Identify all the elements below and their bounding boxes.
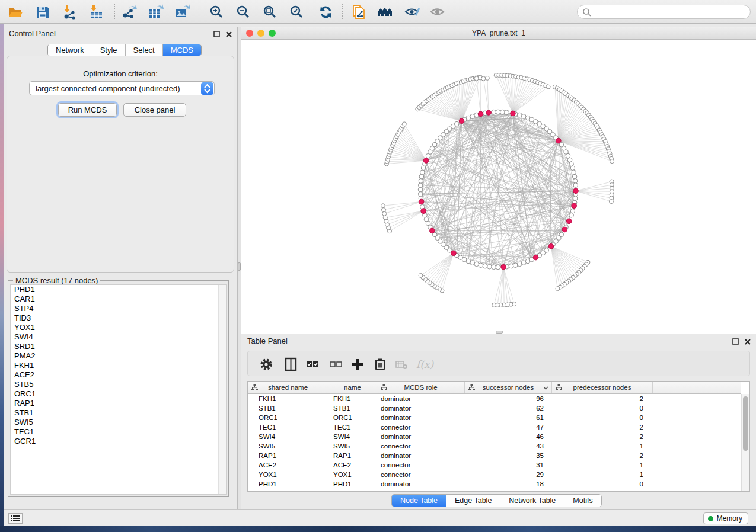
table-cell: connector xyxy=(377,470,465,479)
column-header-predecessor-nodes[interactable]: predecessor nodes xyxy=(552,382,653,393)
table-scrollbar[interactable] xyxy=(741,394,749,491)
column-header-shared-name[interactable]: shared name xyxy=(248,382,328,393)
table-row[interactable]: TEC1TEC1connector472 xyxy=(248,422,741,432)
table-row[interactable]: SWI5SWI5connector431 xyxy=(248,441,741,451)
log-console-button[interactable] xyxy=(8,513,23,524)
table-cell: SWI5 xyxy=(248,441,328,451)
close-window-button[interactable] xyxy=(246,30,253,37)
table-row[interactable]: SWI4SWI4dominator462 xyxy=(248,432,741,441)
optimization-criterion-select[interactable]: largest connected component (undirected) xyxy=(29,81,215,95)
mcds-result-item[interactable]: CAR1 xyxy=(11,294,226,304)
table-cell: SWI5 xyxy=(328,441,377,451)
column-header-name[interactable]: name xyxy=(328,382,377,393)
export-table-icon[interactable] xyxy=(148,4,164,20)
table-scrollbar-thumb[interactable] xyxy=(743,396,748,451)
open-file-icon[interactable] xyxy=(7,4,24,20)
tab-select[interactable]: Select xyxy=(126,44,163,56)
tab-style[interactable]: Style xyxy=(92,44,126,56)
tab-network-table[interactable]: Network Table xyxy=(500,495,564,507)
run-mcds-button[interactable]: Run MCDS xyxy=(58,103,117,117)
table-cell: 31 xyxy=(465,460,552,470)
refresh-view-icon[interactable] xyxy=(318,4,334,20)
table-cell: 96 xyxy=(465,394,552,403)
table-cell: 18 xyxy=(465,479,552,489)
close-panel-icon[interactable] xyxy=(225,30,232,37)
mcds-result-item[interactable]: TID3 xyxy=(11,313,226,323)
table-row[interactable]: STB1STB1dominator620 xyxy=(248,403,741,413)
network-titlebar[interactable]: YPA_prune.txt_1 xyxy=(241,27,756,40)
zoom-selected-icon[interactable] xyxy=(289,4,305,20)
mcds-result-item[interactable]: STB5 xyxy=(11,380,226,389)
save-session-icon[interactable] xyxy=(34,4,51,20)
deselect-all-rows-icon[interactable] xyxy=(328,357,343,372)
tab-node-table[interactable]: Node Table xyxy=(392,495,446,507)
close-panel-button[interactable]: Close panel xyxy=(123,103,186,117)
table-row[interactable]: YOX1YOX1connector291 xyxy=(248,470,741,479)
mcds-result-item[interactable]: STP4 xyxy=(11,304,226,313)
table-row[interactable]: RAP1RAP1dominator352 xyxy=(248,451,741,460)
minimize-window-button[interactable] xyxy=(257,30,264,37)
table-cell: RAP1 xyxy=(248,451,328,460)
mcds-result-item[interactable]: ORC1 xyxy=(11,389,226,399)
column-header-successor-nodes[interactable]: successor nodes xyxy=(465,382,552,393)
zoom-in-icon[interactable] xyxy=(209,4,225,20)
hide-selected-icon[interactable] xyxy=(404,4,420,20)
zoom-out-icon[interactable] xyxy=(235,4,252,20)
close-table-panel-icon[interactable] xyxy=(744,337,751,344)
column-header-mcds-role[interactable]: MCDS role xyxy=(377,382,465,393)
show-all-icon[interactable] xyxy=(429,4,446,20)
horizontal-splitter-handle[interactable] xyxy=(496,331,503,334)
tab-edge-table[interactable]: Edge Table xyxy=(446,495,500,507)
mcds-result-item[interactable]: GCR1 xyxy=(11,437,226,446)
table-row[interactable]: ORC1ORC1dominator610 xyxy=(248,413,741,422)
network-file-icon[interactable] xyxy=(351,4,368,20)
add-column-icon[interactable] xyxy=(350,357,365,372)
show-hide-columns-icon[interactable] xyxy=(283,357,299,372)
network-graph[interactable] xyxy=(241,40,756,334)
table-row[interactable]: PHD1PHD1dominator180 xyxy=(248,479,741,489)
tab-motifs[interactable]: Motifs xyxy=(564,495,601,507)
table-panel-title: Table Panel xyxy=(247,336,288,345)
table-cell: YOX1 xyxy=(328,470,377,479)
export-network-icon[interactable] xyxy=(121,4,138,20)
mcds-result-item[interactable]: STB1 xyxy=(11,408,226,418)
mcds-result-item[interactable]: PMA2 xyxy=(11,351,226,361)
first-neighbors-icon[interactable] xyxy=(377,4,394,20)
import-table-icon[interactable] xyxy=(88,4,105,20)
table-cell: 2 xyxy=(552,432,653,441)
vertical-splitter[interactable] xyxy=(237,27,241,509)
fit-content-icon[interactable] xyxy=(262,4,279,20)
mcds-list-scrollbar[interactable] xyxy=(218,285,226,494)
mcds-result-item[interactable]: PHD1 xyxy=(11,285,226,294)
table-cell: YOX1 xyxy=(248,470,328,479)
search-input[interactable] xyxy=(594,6,745,18)
tab-network[interactable]: Network xyxy=(48,44,92,56)
mcds-result-item[interactable]: ACE2 xyxy=(11,370,226,380)
table-cell: 2 xyxy=(552,394,653,403)
mcds-result-item[interactable]: FKH1 xyxy=(11,361,226,370)
import-network-icon[interactable] xyxy=(62,4,78,20)
control-panel-tabs: Network Style Select MCDS xyxy=(47,44,202,56)
mcds-result-item[interactable]: SWI5 xyxy=(11,418,226,427)
table-cell: SWI4 xyxy=(248,432,328,441)
select-all-rows-icon[interactable] xyxy=(305,357,320,372)
table-row[interactable]: ACE2ACE2connector311 xyxy=(248,460,741,470)
delete-column-icon[interactable] xyxy=(372,357,388,372)
mcds-result-item[interactable]: YOX1 xyxy=(11,323,226,332)
mcds-result-item[interactable]: TEC1 xyxy=(11,427,226,437)
mcds-result-item[interactable]: SRD1 xyxy=(11,342,226,351)
table-cell: STB1 xyxy=(248,403,328,413)
memory-button[interactable]: Memory xyxy=(703,512,748,524)
mcds-result-item[interactable]: RAP1 xyxy=(11,399,226,408)
export-image-icon[interactable] xyxy=(174,4,191,20)
namespace-icon xyxy=(556,384,562,390)
table-row[interactable]: FKH1FKH1dominator962 xyxy=(248,394,741,403)
mcds-result-item[interactable]: SWI4 xyxy=(11,332,226,342)
splitter-handle[interactable] xyxy=(238,262,241,271)
float-window-icon[interactable] xyxy=(213,30,221,37)
maximize-window-button[interactable] xyxy=(269,30,276,37)
table-options-gear-icon[interactable] xyxy=(259,357,274,372)
tab-mcds[interactable]: MCDS xyxy=(163,44,201,56)
float-table-panel-icon[interactable] xyxy=(732,337,739,344)
network-canvas[interactable] xyxy=(241,40,756,334)
